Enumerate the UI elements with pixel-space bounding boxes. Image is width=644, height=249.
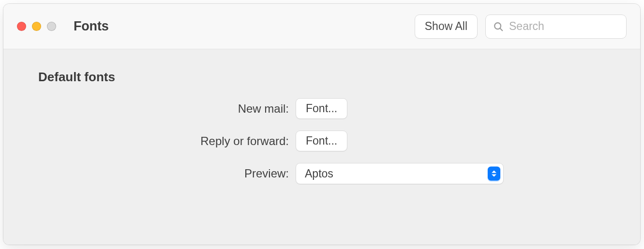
toolbar-right: Show All (415, 15, 627, 39)
reply-forward-label: Reply or forward: (38, 134, 296, 148)
search-input[interactable] (485, 15, 627, 39)
window-title: Fonts (74, 19, 109, 34)
preview-font-value: Aptos (305, 167, 333, 180)
new-mail-font-button-label: Font... (306, 102, 337, 115)
preferences-window: Fonts Show All Default fonts New mail: F… (3, 4, 640, 245)
traffic-lights (17, 22, 56, 31)
close-button[interactable] (17, 22, 26, 31)
form-rows: New mail: Font... Reply or forward: Font… (38, 98, 610, 184)
reply-forward-font-button[interactable]: Font... (296, 131, 347, 151)
reply-forward-font-button-label: Font... (306, 134, 337, 147)
preview-select-wrap: Aptos (296, 163, 504, 184)
section-title: Default fonts (38, 70, 610, 85)
row-preview: Preview: Aptos (38, 163, 610, 184)
search-field-wrap (485, 15, 627, 39)
show-all-button[interactable]: Show All (415, 15, 478, 39)
new-mail-label: New mail: (38, 102, 296, 116)
preview-font-select[interactable]: Aptos (296, 163, 504, 184)
preview-label: Preview: (38, 167, 296, 180)
minimize-button[interactable] (32, 22, 41, 31)
content-area: Default fonts New mail: Font... Reply or… (3, 49, 640, 245)
new-mail-font-button[interactable]: Font... (296, 98, 347, 119)
row-new-mail: New mail: Font... (38, 98, 610, 119)
show-all-label: Show All (425, 20, 467, 33)
zoom-button (47, 22, 56, 31)
titlebar: Fonts Show All (3, 4, 640, 49)
row-reply-forward: Reply or forward: Font... (38, 131, 610, 151)
